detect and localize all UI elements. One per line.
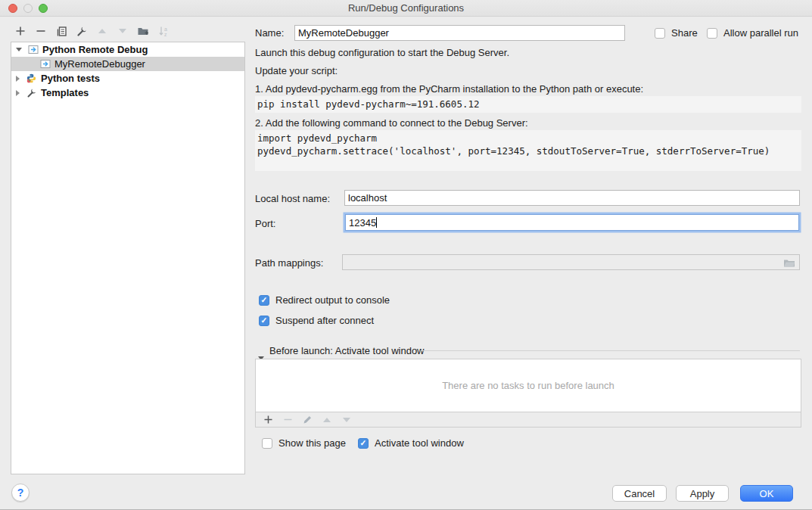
tree-item-label: Python tests (41, 73, 100, 84)
close-window-button[interactable] (8, 4, 17, 13)
suspend-after-connect-checkbox[interactable]: ✓ (259, 316, 269, 326)
share-checkbox[interactable] (655, 28, 665, 39)
allow-parallel-run-checkbox[interactable] (707, 28, 717, 39)
chevron-down-icon[interactable] (16, 48, 22, 51)
settrace-code: import pydevd_pycharm pydevd_pycharm.set… (255, 130, 801, 171)
tree-item-myremotedebugger[interactable]: MyRemoteDebugger (11, 57, 244, 71)
python-tests-icon (26, 73, 37, 83)
arrow-up-icon (98, 29, 106, 33)
chevron-right-icon[interactable] (16, 90, 20, 96)
plus-icon (15, 26, 26, 36)
remove-configuration-button[interactable] (35, 25, 47, 37)
minimize-window-button[interactable] (23, 4, 33, 13)
task-toolbar (255, 412, 801, 428)
instruction-line-1: Launch this debug configuration to start… (255, 47, 509, 58)
configurations-toolbar: az (14, 25, 170, 37)
edit-task-button[interactable] (301, 414, 313, 426)
port-input[interactable] (345, 214, 799, 231)
text-caret (376, 217, 377, 228)
port-label: Port: (255, 218, 275, 229)
remote-debug-config-icon (40, 59, 51, 69)
tree-item-label: MyRemoteDebugger (54, 58, 145, 70)
name-label: Name: (255, 27, 284, 39)
redirect-output-row: ✓ Redirect output to console (259, 294, 390, 306)
tree-item-python-remote-debug[interactable]: Python Remote Debug (11, 42, 244, 57)
add-task-button[interactable] (262, 414, 274, 426)
remove-task-button[interactable] (282, 414, 294, 426)
sort-az-icon: az (158, 26, 170, 37)
run-debug-configurations-dialog: Run/Debug Configurations az (0, 0, 812, 510)
move-task-down-button[interactable] (341, 414, 353, 426)
activate-tool-window-row: ✓ Activate tool window (358, 437, 464, 449)
sort-configurations-button[interactable]: az (157, 25, 170, 37)
edit-templates-button[interactable] (76, 25, 88, 37)
allow-parallel-checkbox-row: Allow parallel run (707, 27, 798, 39)
show-this-page-checkbox[interactable] (262, 438, 272, 449)
move-configuration-down-button[interactable] (117, 25, 129, 37)
remote-debug-config-icon (28, 45, 39, 54)
instruction-line-2: Update your script: (255, 65, 338, 76)
folder-icon (783, 258, 795, 267)
allow-parallel-run-label: Allow parallel run (723, 27, 798, 39)
plus-icon (263, 415, 273, 424)
templates-wrench-icon (26, 88, 37, 98)
settrace-code-line-2: pydevd_pycharm.settrace('localhost', por… (257, 145, 801, 157)
arrow-down-icon (343, 418, 350, 422)
before-launch-title: Before launch: Activate tool window (269, 345, 425, 356)
wrench-icon (76, 26, 88, 37)
arrow-down-icon (119, 29, 126, 33)
show-this-page-row: Show this page (262, 437, 346, 449)
tree-item-templates[interactable]: Templates (11, 86, 244, 100)
question-mark-icon: ? (17, 487, 24, 499)
ok-button[interactable]: OK (740, 485, 793, 502)
suspend-after-connect-row: ✓ Suspend after connect (259, 315, 374, 326)
path-mappings-field[interactable] (342, 254, 800, 270)
no-tasks-message: There are no tasks to run before launch (442, 380, 614, 391)
local-host-name-input[interactable] (344, 190, 800, 206)
copy-icon (56, 26, 67, 37)
configurations-tree: Python Remote Debug MyRemoteDebugger Pyt… (11, 42, 245, 474)
cancel-button[interactable]: Cancel (612, 485, 667, 502)
instruction-step-1: 1. Add pydevd-pycharm.egg from the PyCha… (255, 83, 643, 95)
minus-icon (36, 26, 46, 36)
tree-item-python-tests[interactable]: Python tests (11, 71, 244, 86)
zoom-window-button[interactable] (39, 4, 48, 13)
redirect-output-checkbox[interactable]: ✓ (259, 295, 269, 306)
minus-icon (283, 415, 293, 424)
titlebar: Run/Debug Configurations (0, 0, 812, 17)
window-title: Run/Debug Configurations (0, 0, 812, 16)
before-launch-divider (421, 350, 800, 351)
create-new-folder-button[interactable] (137, 25, 149, 37)
activate-tool-window-checkbox[interactable]: ✓ (358, 438, 369, 449)
name-input[interactable] (294, 25, 625, 41)
before-launch-task-list[interactable]: There are no tasks to run before launch (255, 359, 801, 412)
share-checkbox-row: Share (655, 27, 698, 39)
pip-install-code: pip install pydevd-pycharm~=191.6605.12 (255, 96, 801, 113)
show-this-page-label: Show this page (278, 437, 346, 449)
instruction-step-2: 2. Add the following command to connect … (255, 117, 528, 129)
arrow-up-icon (323, 418, 331, 422)
settrace-code-line-1: import pydevd_pycharm (257, 132, 801, 145)
tree-item-label: Python Remote Debug (42, 44, 148, 55)
new-folder-icon (137, 26, 149, 36)
apply-button[interactable]: Apply (676, 485, 729, 502)
help-button[interactable]: ? (11, 484, 30, 502)
move-task-up-button[interactable] (321, 414, 333, 426)
tree-item-label: Templates (41, 87, 89, 98)
activate-tool-window-label: Activate tool window (375, 437, 464, 449)
move-configuration-up-button[interactable] (96, 25, 108, 37)
share-label: Share (671, 27, 698, 39)
svg-text:z: z (164, 32, 167, 37)
path-mappings-label: Path mappings: (255, 257, 323, 269)
redirect-output-label: Redirect output to console (275, 294, 390, 306)
local-host-name-label: Local host name: (255, 193, 330, 204)
svg-text:a: a (164, 26, 167, 31)
suspend-after-connect-label: Suspend after connect (275, 315, 374, 326)
add-configuration-button[interactable] (14, 25, 26, 37)
chevron-right-icon[interactable] (16, 76, 20, 82)
copy-configuration-button[interactable] (55, 25, 67, 37)
pencil-icon (303, 415, 313, 424)
